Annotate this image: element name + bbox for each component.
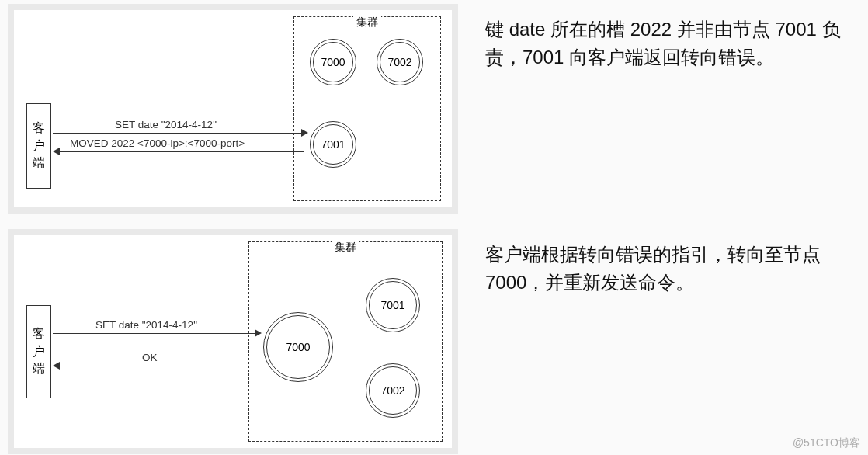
arrow-req-2 [53, 333, 256, 334]
cluster-label-1: 集群 [353, 16, 381, 30]
diagram-1-panel: 客 户 端 集群 7000 7002 [8, 4, 458, 214]
arrow-resp-1-label: MOVED 2022 <7000-ip>:<7000-port> [70, 137, 245, 149]
arrow-req-1-label: SET date "2014-4-12" [115, 119, 217, 130]
arrow-req-1-head [301, 129, 308, 137]
watermark: @51CTO博客 [793, 436, 860, 450]
node-7000-d2: 7000 [263, 312, 333, 382]
arrow-resp-1-head [53, 148, 60, 155]
arrow-req-2-label: SET date "2014-4-12" [95, 319, 197, 331]
node-7002-d2: 7002 [366, 363, 420, 418]
arrow-req-2-head [255, 329, 262, 337]
client-char: 户 [33, 343, 45, 360]
diagram-2: 客 户 端 集群 7000 7001 [14, 235, 452, 448]
client-char: 客 [33, 325, 45, 342]
diagram-2-col: 客 户 端 集群 7000 7001 [0, 225, 466, 455]
client-char: 客 [33, 120, 45, 137]
arrow-resp-1 [59, 151, 304, 152]
diagram-2-panel: 客 户 端 集群 7000 7001 [8, 229, 458, 454]
client-box-1: 客 户 端 [26, 103, 51, 189]
explain-2: 客户端根据转向错误的指引，转向至节点 7000，并重新发送命令。 [466, 225, 868, 304]
client-box-2: 客 户 端 [26, 305, 51, 398]
arrow-resp-2-label: OK [142, 352, 158, 363]
explain-1-text: 键 date 所在的槽 2022 并非由节点 7001 负责，7001 向客户端… [485, 16, 856, 71]
diagram-1-col: 客 户 端 集群 7000 7002 [0, 0, 466, 225]
node-7001-d1: 7001 [310, 121, 356, 168]
row-2: 客 户 端 集群 7000 7001 [0, 225, 868, 455]
row-1: 客 户 端 集群 7000 7002 [0, 0, 868, 225]
node-7000-d1: 7000 [310, 39, 356, 85]
cluster-box-2: 集群 7000 7001 7002 [248, 241, 443, 442]
node-7001-d2: 7001 [366, 278, 420, 332]
arrow-resp-2 [59, 366, 258, 366]
explain-1: 键 date 所在的槽 2022 并非由节点 7001 负责，7001 向客户端… [466, 0, 868, 79]
cluster-box-1: 集群 7000 7002 7001 [293, 16, 441, 201]
client-char: 户 [33, 137, 45, 155]
arrow-resp-2-head [53, 362, 60, 370]
arrow-req-1 [53, 133, 303, 134]
cluster-label-2: 集群 [332, 241, 359, 255]
node-7002-d1: 7002 [377, 39, 423, 85]
client-char: 端 [33, 155, 45, 172]
explain-2-text: 客户端根据转向错误的指引，转向至节点 7000，并重新发送命令。 [485, 241, 856, 297]
diagram-1: 客 户 端 集群 7000 7002 [14, 10, 452, 207]
client-char: 端 [33, 360, 45, 377]
